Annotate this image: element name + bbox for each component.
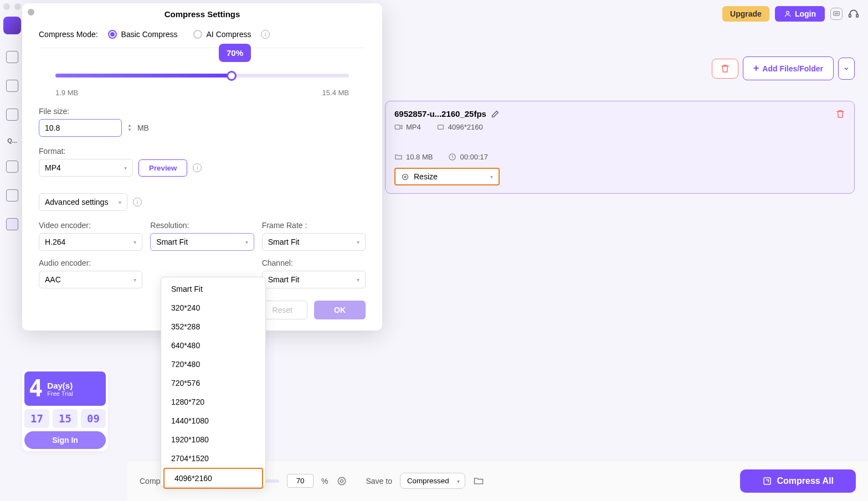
resolution-option[interactable]: 320*240 [161, 298, 265, 317]
add-files-label: Add Files/Folder [762, 64, 823, 73]
resolution-option[interactable]: 1440*1080 [161, 411, 265, 430]
percent-input[interactable] [287, 474, 314, 488]
login-button[interactable]: Login [775, 6, 825, 22]
filesize-input[interactable] [39, 119, 122, 137]
info-icon[interactable]: i [261, 30, 270, 39]
resolution-option[interactable]: 640*480 [161, 336, 265, 355]
channel-label: Channel: [262, 259, 366, 267]
channel-value: Smart Fit [268, 275, 300, 284]
trash-icon [835, 109, 845, 119]
filesize-label: File size: [39, 107, 366, 116]
resize-dropdown[interactable]: Resize [394, 168, 500, 185]
basic-compress-radio[interactable] [108, 30, 117, 39]
resolution-label: Resolution: [150, 221, 254, 230]
filesize-stepper[interactable]: ▲▼ [127, 123, 132, 132]
video-icon[interactable] [6, 189, 18, 202]
resolution-option[interactable]: 720*576 [161, 374, 265, 392]
channel-dropdown[interactable]: Smart Fit [262, 271, 366, 288]
resolution-dropdown[interactable]: Smart Fit [150, 233, 254, 251]
ai-compress-label: AI Compress [207, 30, 251, 39]
filesize-unit: MB [137, 123, 149, 132]
svg-rect-13 [764, 478, 771, 484]
stack-icon[interactable] [6, 80, 18, 92]
audio-encoder-dropdown[interactable]: AAC [39, 271, 142, 288]
framerate-dropdown[interactable]: Smart Fit [262, 233, 366, 251]
resolution-option[interactable]: 1280*720 [161, 392, 265, 411]
app-logo [3, 17, 21, 34]
svg-point-12 [338, 477, 345, 484]
chevron-down-icon [843, 65, 850, 72]
trial-days-label: Day(s) [47, 381, 73, 390]
queue-label: Q... [7, 137, 17, 144]
file-title: 6952857-u...2160_25fps [394, 109, 486, 118]
delete-all-button[interactable] [712, 59, 738, 79]
timer-minutes: 15 [53, 409, 78, 428]
resolution-option[interactable]: 352*288 [161, 317, 265, 336]
compress-mode-row: Compress Mode: Basic Compress AI Compres… [39, 30, 366, 39]
list-icon[interactable] [6, 109, 18, 121]
add-files-dropdown[interactable] [838, 58, 855, 80]
add-files-button[interactable]: + Add Files/Folder [743, 56, 834, 80]
resolution-option[interactable]: Smart Fit [161, 280, 265, 298]
framerate-label: Frame Rate : [262, 221, 366, 230]
compress-icon [762, 476, 772, 486]
dialog-close-button[interactable] [28, 9, 34, 16]
preview-button[interactable]: Preview [138, 159, 187, 177]
headset-icon[interactable] [848, 8, 859, 19]
trial-promo-card: 4 Day(s) Free Trial 17 15 09 Sign In [22, 369, 108, 451]
tool-icon[interactable] [6, 218, 18, 230]
remove-file-button[interactable] [835, 109, 845, 119]
trial-timer: 17 15 09 [24, 409, 106, 428]
svg-rect-6 [856, 14, 858, 17]
svg-rect-8 [438, 125, 443, 130]
resolution-option[interactable]: 2704*1520 [161, 449, 265, 468]
trial-free-label: Free Trial [47, 390, 73, 397]
file-size: 10.8 MB [406, 153, 433, 161]
ai-compress-radio[interactable] [193, 30, 202, 39]
mac-min-dot[interactable] [14, 3, 21, 10]
folder-icon [394, 153, 403, 161]
slider-min-label: 1.9 MB [55, 89, 78, 97]
advanced-label: Advanced settings [45, 198, 108, 206]
compress-slider[interactable]: 70% [39, 63, 366, 78]
qr-icon[interactable] [6, 161, 18, 173]
advanced-settings-dropdown[interactable]: Advanced settings [39, 193, 127, 211]
framerate-value: Smart Fit [268, 237, 300, 246]
format-dropdown[interactable]: MP4 [39, 159, 133, 177]
upgrade-button[interactable]: Upgrade [722, 6, 769, 22]
clock-icon [448, 153, 456, 161]
audio-encoder-value: AAC [45, 275, 61, 284]
ok-button[interactable]: OK [314, 301, 366, 319]
feedback-icon[interactable] [830, 8, 843, 20]
camera-icon [394, 123, 403, 131]
slider-thumb[interactable] [227, 71, 237, 81]
dialog-header: Compress Settings [22, 3, 382, 24]
home-icon[interactable] [6, 51, 18, 63]
open-folder-icon[interactable] [473, 476, 484, 487]
trash-icon [720, 64, 730, 74]
save-to-select[interactable]: Compressed [400, 473, 465, 489]
resolution-option[interactable]: 1920*1080 [161, 430, 265, 449]
resolution-option-highlighted[interactable]: 4096*2160 [163, 468, 263, 489]
video-encoder-label: Video encoder: [39, 221, 142, 230]
plus-icon: + [753, 63, 759, 74]
info-icon[interactable]: i [133, 198, 142, 206]
compress-all-button[interactable]: Compress All [740, 469, 856, 493]
dialog-title: Compress Settings [165, 9, 240, 19]
signin-button[interactable]: Sign In [24, 431, 106, 449]
mac-close-dot[interactable] [3, 3, 10, 10]
compress-all-label: Compress All [777, 476, 834, 486]
settings-target-icon[interactable] [336, 476, 347, 487]
file-card[interactable]: 6952857-u...2160_25fps MP4 4096*2160 10.… [385, 101, 855, 194]
info-icon[interactable]: i [193, 163, 202, 172]
trial-promo-banner: 4 Day(s) Free Trial [24, 371, 106, 406]
timer-hours: 17 [24, 409, 49, 428]
video-encoder-dropdown[interactable]: H.264 [39, 233, 142, 251]
file-resolution: 4096*2160 [448, 123, 483, 131]
svg-rect-5 [849, 14, 851, 17]
file-duration: 00:00:17 [460, 153, 488, 161]
resolution-option[interactable]: 720*480 [161, 355, 265, 374]
svg-point-11 [340, 479, 343, 482]
edit-icon[interactable] [491, 110, 500, 118]
file-format: MP4 [406, 123, 421, 131]
